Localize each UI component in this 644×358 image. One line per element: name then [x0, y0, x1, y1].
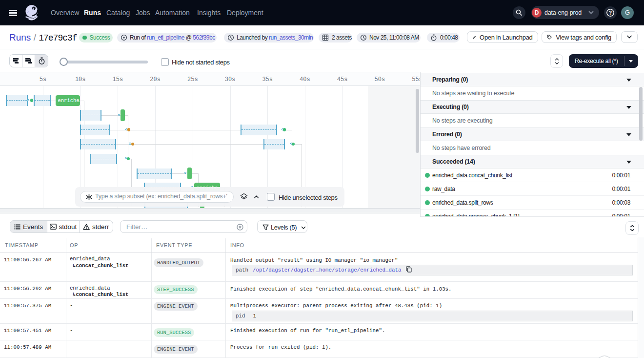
svg-text:?: ?	[609, 10, 612, 16]
